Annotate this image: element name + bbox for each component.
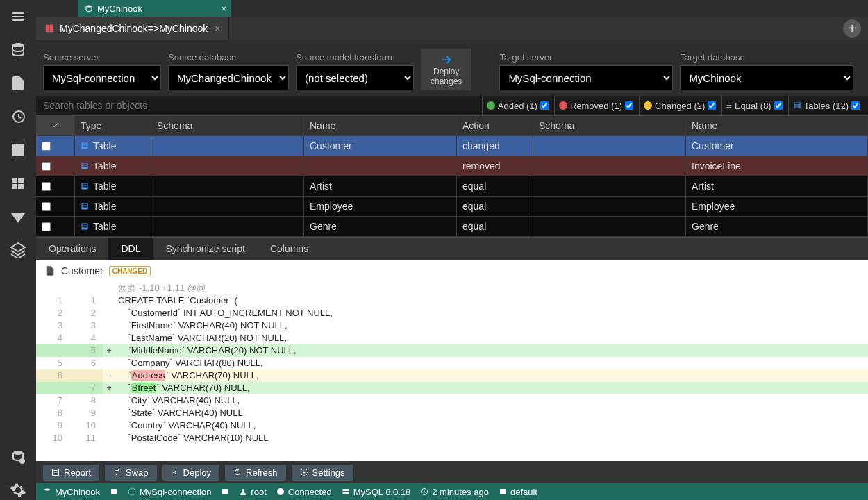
- svg-point-5: [44, 489, 50, 491]
- pinned-tab[interactable]: MyChinook ×: [78, 0, 231, 17]
- table-row[interactable]: TableEmployeeequalEmployee: [36, 197, 868, 217]
- status-conn-icon: [110, 488, 118, 496]
- svg-point-1: [13, 451, 23, 455]
- history-icon[interactable]: [8, 107, 28, 126]
- col-schema: Schema: [151, 116, 304, 135]
- menu-icon[interactable]: [8, 7, 28, 26]
- filter-equal[interactable]: =Equal (8): [721, 96, 786, 115]
- changed-badge: CHANGED: [109, 266, 151, 276]
- source-server-select[interactable]: MySql-connection: [43, 65, 161, 90]
- select-all-checkbox[interactable]: [36, 116, 75, 135]
- row-checkbox[interactable]: [42, 162, 51, 171]
- tab-ddl[interactable]: DDL: [108, 238, 153, 260]
- diff-viewer[interactable]: @@ -1,10 +1,11 @@11CREATE TABLE `Custome…: [36, 282, 868, 461]
- search-input[interactable]: [36, 96, 478, 115]
- source-db-label: Source database: [168, 52, 289, 62]
- comparison-table: Type Schema Name Action Schema Name Tabl…: [36, 115, 868, 237]
- diff-line: 78 `City` VARCHAR(40) NULL,: [36, 394, 868, 407]
- row-checkbox[interactable]: [42, 202, 51, 211]
- source-transform-label: Source model transform: [296, 52, 414, 62]
- diff-line: 44 `LastName` VARCHAR(20) NOT NULL,: [36, 332, 868, 344]
- status-connection: MySql-connection: [128, 487, 211, 497]
- svg-rect-13: [500, 489, 506, 494]
- filter-tables[interactable]: Tables (12): [788, 96, 864, 115]
- diff-line: 6- `Address` VARCHAR(70) NULL,: [36, 369, 868, 382]
- target-db-select[interactable]: MyChinook: [680, 65, 853, 90]
- database-icon[interactable]: [8, 40, 28, 60]
- table-row[interactable]: TableCustomerchangedCustomer: [36, 136, 868, 156]
- tab-columns[interactable]: Columns: [258, 238, 321, 260]
- filter-removed[interactable]: Removed (1): [554, 96, 637, 115]
- diff-line: 5+ `MiddleName` VARCHAR(20) NOT NULL,: [36, 344, 868, 357]
- svg-point-8: [242, 489, 244, 492]
- svg-rect-11: [342, 492, 349, 494]
- db-status-icon[interactable]: [8, 447, 28, 467]
- report-button[interactable]: Report: [43, 465, 99, 481]
- file-icon: [44, 265, 56, 276]
- swap-button[interactable]: Swap: [105, 465, 157, 481]
- target-server-select[interactable]: MySql-connection: [499, 65, 673, 90]
- close-icon[interactable]: ×: [215, 23, 220, 34]
- row-checkbox[interactable]: [42, 182, 51, 191]
- row-checkbox[interactable]: [42, 222, 51, 231]
- detail-tabs: Operations DDL Synchronize script Column…: [36, 237, 868, 260]
- file-icon[interactable]: [8, 74, 28, 93]
- status-default: default: [499, 487, 537, 497]
- content-tab-label: MyChangedChinook=>MyChinook: [60, 23, 208, 34]
- col-name: Name: [304, 116, 457, 135]
- row-checkbox[interactable]: [42, 142, 51, 151]
- diff-line: 910 `Country` VARCHAR(40) NULL,: [36, 419, 868, 432]
- settings-button[interactable]: Settings: [292, 465, 353, 481]
- svg-rect-7: [222, 489, 228, 494]
- source-db-select[interactable]: MyChangedChinook: [168, 65, 289, 90]
- filter-changed[interactable]: Changed (2): [639, 96, 720, 115]
- diff-line: 33 `FirstName` VARCHAR(40) NOT NULL,: [36, 319, 868, 332]
- status-db: MyChinook: [43, 487, 100, 497]
- deploy-changes-button[interactable]: Deploy changes: [421, 49, 471, 90]
- diff-header: Customer CHANGED: [36, 260, 868, 282]
- left-sidebar: [0, 0, 36, 500]
- diff-line: 56 `Company` VARCHAR(80) NULL,: [36, 357, 868, 369]
- database-icon: [85, 4, 93, 12]
- status-state: Connected: [276, 487, 332, 497]
- target-server-label: Target server: [499, 52, 673, 62]
- svg-rect-6: [111, 489, 117, 494]
- action-bar: Report Swap Deploy Refresh Settings: [36, 461, 868, 483]
- close-icon[interactable]: ×: [221, 3, 226, 14]
- filter-added[interactable]: Added (1): [482, 96, 553, 115]
- status-server-icon: [221, 488, 229, 496]
- settings-icon[interactable]: [8, 481, 28, 500]
- tab-operations[interactable]: Operations: [36, 238, 108, 260]
- status-bar: MyChinook MySql-connection root Connecte…: [36, 483, 868, 500]
- diff-line: 22 `CustomerId` INT AUTO_INCREMENT NOT N…: [36, 307, 868, 319]
- filter-icon[interactable]: [8, 207, 28, 226]
- table-row[interactable]: TableGenreequalGenre: [36, 217, 868, 237]
- col-schema2: Schema: [533, 116, 686, 135]
- target-db-label: Target database: [680, 52, 853, 62]
- diff-line: 1011 `PostalCode` VARCHAR(10) NULL: [36, 432, 868, 444]
- plugin-icon[interactable]: [8, 174, 28, 193]
- status-time: 2 minutes ago: [420, 487, 489, 497]
- svg-point-3: [86, 6, 92, 8]
- status-user: root: [239, 487, 266, 497]
- content-tab[interactable]: MyChangedChinook=>MyChinook ×: [36, 17, 229, 40]
- layers-icon[interactable]: [8, 240, 28, 260]
- refresh-button[interactable]: Refresh: [225, 465, 286, 481]
- diff-line: 7+ `Street` VARCHAR(70) NULL,: [36, 382, 868, 394]
- tab-sync-script[interactable]: Synchronize script: [153, 238, 258, 260]
- table-row[interactable]: TableremovedInvoiceLine: [36, 156, 868, 176]
- diff-line: @@ -1,10 +1,11 @@: [36, 282, 868, 294]
- toolbar: Source server MySql-connection Source da…: [36, 40, 868, 96]
- svg-point-4: [303, 472, 305, 474]
- deploy-button[interactable]: Deploy: [162, 465, 219, 481]
- add-tab-button[interactable]: +: [843, 19, 861, 38]
- compare-icon: [44, 24, 54, 33]
- source-transform-select[interactable]: (not selected): [296, 65, 414, 90]
- archive-icon[interactable]: [8, 140, 28, 160]
- svg-point-0: [12, 43, 24, 47]
- pinned-tab-label: MyChinook: [97, 3, 142, 14]
- col-name2: Name: [686, 116, 868, 135]
- diff-title: Customer: [61, 265, 103, 276]
- svg-point-2: [19, 458, 25, 464]
- table-row[interactable]: TableArtistequalArtist: [36, 176, 868, 197]
